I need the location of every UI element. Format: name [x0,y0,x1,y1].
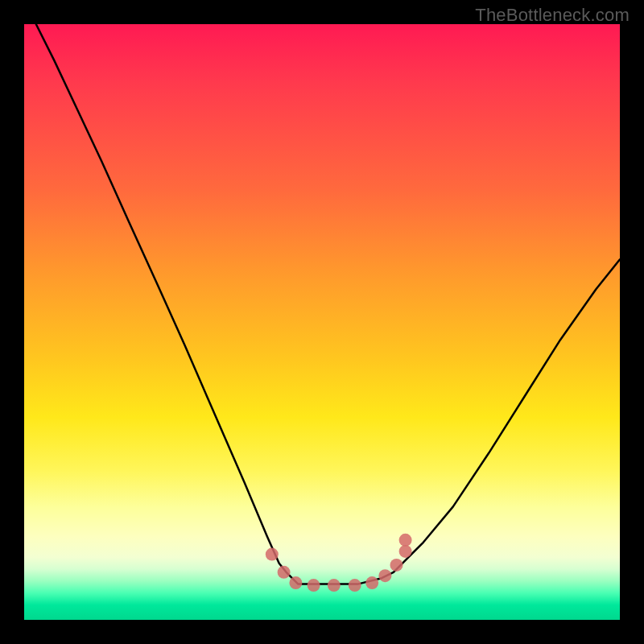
chart-frame: TheBottleneck.com [0,0,644,644]
chart-marker [289,576,302,589]
chart-marker [365,576,378,589]
chart-marker [349,579,361,592]
chart-marker [278,566,291,579]
chart-marker [266,548,279,561]
chart-svg [24,24,620,620]
chart-marker [378,569,391,582]
chart-marker [308,579,320,592]
watermark-text: TheBottleneck.com [475,5,630,26]
chart-curve [36,24,620,584]
chart-marker [328,579,341,592]
chart-marker [390,559,403,572]
chart-marker [399,534,412,547]
chart-markers [266,534,412,592]
chart-marker [399,545,412,558]
